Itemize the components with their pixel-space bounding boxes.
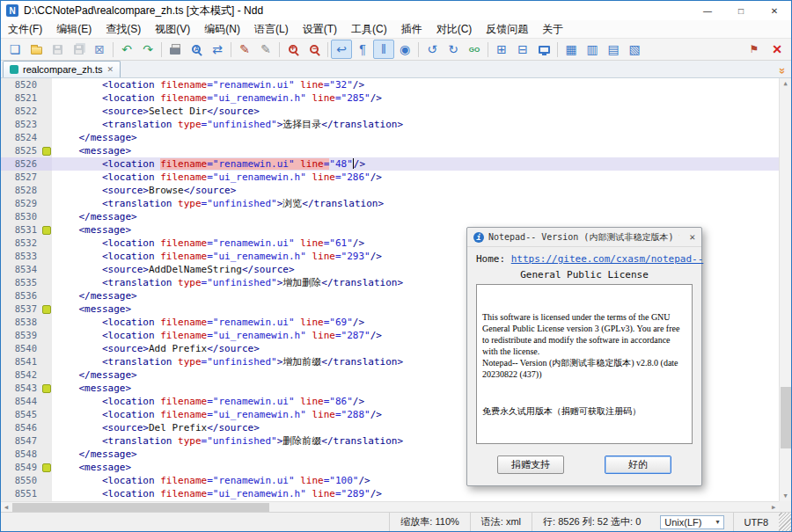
focus-mode-icon[interactable]: ◉: [394, 40, 415, 59]
redo-icon[interactable]: ↷: [137, 40, 158, 59]
editor-line[interactable]: 8522 <source>Select Dir</source>: [1, 105, 779, 118]
save-icon[interactable]: [47, 40, 68, 59]
dialog-close-icon[interactable]: ✕: [684, 231, 695, 243]
goto-line-icon[interactable]: GO: [464, 40, 485, 59]
marker-margin[interactable]: [41, 342, 52, 355]
show-symbol-icon[interactable]: ¶: [352, 40, 373, 59]
marker-margin[interactable]: [41, 395, 52, 408]
editor-line[interactable]: 8528 <source>Browse</source>: [1, 184, 779, 197]
editor-line[interactable]: 8521 <location filename="ui_renamewin.h"…: [1, 91, 779, 105]
menu-item-7[interactable]: 工具(C): [344, 20, 394, 38]
marker-margin[interactable]: [41, 78, 52, 91]
marker-margin[interactable]: [41, 184, 52, 197]
dir-compare-icon[interactable]: ⊟: [512, 40, 533, 59]
marker-margin[interactable]: [41, 329, 52, 342]
marker-margin[interactable]: [41, 316, 52, 329]
menu-item-1[interactable]: 编辑(E): [49, 20, 99, 38]
zoom-out-icon[interactable]: [304, 40, 325, 59]
menu-item-2[interactable]: 查找(S): [99, 20, 148, 38]
ok-button[interactable]: 好的: [605, 455, 671, 474]
replace-icon[interactable]: ⇄: [207, 40, 228, 59]
editor-line[interactable]: 8520 <location filename="renamewin.ui" l…: [1, 78, 779, 91]
marker-margin[interactable]: [41, 474, 52, 487]
marker-margin[interactable]: [41, 355, 52, 368]
horizontal-scroll-thumb[interactable]: [12, 503, 269, 512]
editor-line[interactable]: 8523 <translation type="unfinished">选择目录…: [1, 118, 779, 131]
marker-margin[interactable]: [41, 105, 52, 118]
undo-icon[interactable]: ↶: [116, 40, 137, 59]
home-link[interactable]: https://gitee.com/cxasm/notepad--: [511, 253, 704, 265]
marker-margin[interactable]: [41, 91, 52, 105]
marker-margin[interactable]: [41, 197, 52, 210]
tab-close-icon[interactable]: ✕: [107, 65, 114, 74]
indent-guide-icon[interactable]: ‖: [373, 40, 394, 59]
bookmark-marker[interactable]: [41, 382, 52, 395]
marker-margin[interactable]: [41, 434, 52, 448]
marker-margin[interactable]: [41, 276, 52, 289]
batch-tool-icon[interactable]: ▧: [624, 40, 645, 59]
editor-line[interactable]: 8530 </message>: [1, 210, 779, 223]
bookmark-marker[interactable]: [41, 223, 52, 237]
readonly-pencil-icon[interactable]: ✎: [255, 40, 276, 59]
app-icon[interactable]: N: [6, 4, 18, 17]
editor-line[interactable]: 8526 <location filename="renamewin.ui" l…: [1, 157, 779, 171]
tab-overflow-icon[interactable]: »: [776, 68, 789, 74]
history-back-icon[interactable]: ↺: [422, 40, 443, 59]
scroll-up-icon[interactable]: ▲: [780, 78, 791, 89]
bookmark-marker[interactable]: [41, 302, 52, 316]
marker-margin[interactable]: [41, 421, 52, 434]
monitor-icon[interactable]: [533, 40, 554, 59]
print-icon[interactable]: [165, 40, 186, 59]
format-tool-icon[interactable]: ▤: [603, 40, 624, 59]
close-file-icon[interactable]: ⊠: [89, 40, 110, 59]
menu-item-11[interactable]: 关于: [535, 20, 570, 38]
toolbar-close-icon[interactable]: ✕: [766, 40, 788, 59]
menu-item-3[interactable]: 视图(V): [148, 20, 197, 38]
editor-line[interactable]: 8524 </message>: [1, 131, 779, 144]
editor-line[interactable]: 8527 <location filename="ui_renamewin.h"…: [1, 171, 779, 184]
word-wrap-icon[interactable]: ↩: [331, 40, 352, 59]
edit-pencil-icon[interactable]: ✎: [234, 40, 255, 59]
new-file-icon[interactable]: ❏: [4, 40, 26, 59]
marker-margin[interactable]: [41, 210, 52, 223]
save-all-icon[interactable]: [68, 40, 89, 59]
menu-item-5[interactable]: 语言(L): [247, 20, 296, 38]
marker-margin[interactable]: [41, 118, 52, 131]
marker-margin[interactable]: [41, 263, 52, 276]
bookmark-marker[interactable]: [41, 144, 52, 157]
vertical-scrollbar[interactable]: ▲ ▼: [779, 78, 791, 501]
toolbar-pin-icon[interactable]: ⚑: [744, 40, 765, 59]
bookmark-marker[interactable]: [41, 461, 52, 474]
menu-item-9[interactable]: 对比(C): [429, 20, 480, 38]
menu-item-8[interactable]: 插件: [394, 20, 429, 38]
zoom-in-icon[interactable]: [282, 40, 304, 59]
scroll-left-icon[interactable]: ◀: [1, 504, 11, 511]
editor[interactable]: 8520 <location filename="renamewin.ui" l…: [1, 78, 791, 512]
marker-margin[interactable]: [41, 448, 52, 461]
vertical-scroll-thumb[interactable]: [781, 387, 791, 448]
marker-margin[interactable]: [41, 289, 52, 302]
find-icon[interactable]: [186, 40, 207, 59]
marker-margin[interactable]: [41, 157, 52, 171]
resize-grip[interactable]: [779, 513, 791, 531]
marker-margin[interactable]: [41, 250, 52, 263]
editor-line[interactable]: 8551 <location filename="ui_renamewin.h"…: [1, 487, 779, 500]
marker-margin[interactable]: [41, 408, 52, 421]
menu-item-4[interactable]: 编码(N): [197, 20, 247, 38]
marker-margin[interactable]: [41, 368, 52, 382]
menu-item-0[interactable]: 文件(F): [1, 20, 49, 38]
tab-realcompare[interactable]: realcompare_zh.ts ✕: [3, 61, 121, 77]
scroll-right-icon[interactable]: ▶: [768, 504, 779, 511]
horizontal-scrollbar[interactable]: ◀ ▶: [1, 501, 779, 512]
open-folder-icon[interactable]: [26, 40, 47, 59]
marker-margin[interactable]: [41, 131, 52, 144]
eol-select[interactable]: Unix(LF) ▾: [660, 515, 723, 529]
maximize-button[interactable]: □: [724, 1, 758, 20]
file-compare-icon[interactable]: ⊞: [491, 40, 512, 59]
grid-tool-icon[interactable]: ▦: [561, 40, 582, 59]
editor-line[interactable]: 8525 <message>: [1, 144, 779, 157]
history-forward-icon[interactable]: ↻: [443, 40, 464, 59]
close-button[interactable]: ✕: [758, 1, 791, 20]
editor-line[interactable]: 8529 <translation type="unfinished">浏览</…: [1, 197, 779, 210]
marker-margin[interactable]: [41, 171, 52, 184]
